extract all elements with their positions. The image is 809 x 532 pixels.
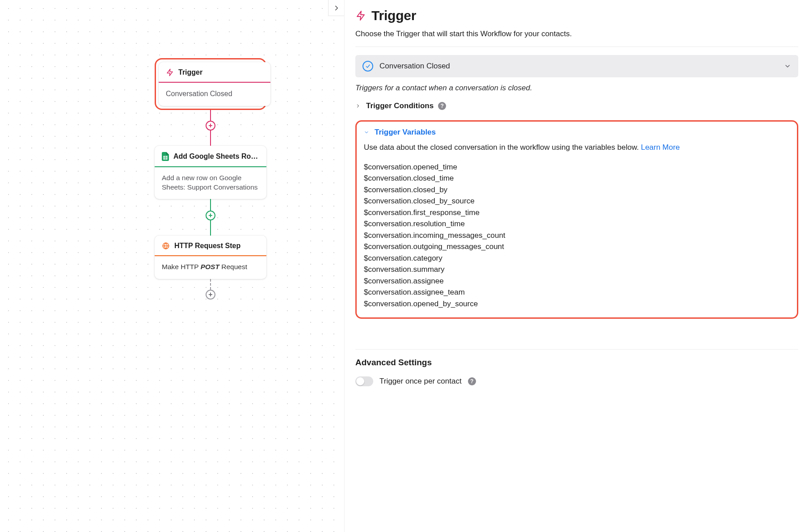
http-icon [162, 242, 170, 250]
variable-item[interactable]: $conversation.closed_by [364, 184, 790, 196]
trigger-node-value: Conversation Closed [159, 83, 270, 106]
help-icon[interactable]: ? [438, 102, 446, 110]
add-step-button[interactable]: + [206, 121, 215, 131]
variable-item[interactable]: $conversation.assignee_team [364, 287, 790, 298]
google-sheets-node[interactable]: Add Google Sheets Row… Add a new row on … [155, 146, 266, 199]
variables-intro: Use data about the closed conversation i… [364, 142, 790, 153]
variable-item[interactable]: $conversation.outgoing_messages_count [364, 241, 790, 253]
trigger-once-label: Trigger once per contact [379, 377, 462, 386]
trigger-conditions-toggle[interactable]: Trigger Conditions ? [355, 101, 798, 110]
panel-title-row: Trigger [355, 8, 798, 23]
advanced-settings-section: Advanced Settings Trigger once per conta… [355, 358, 798, 386]
trigger-variables-label: Trigger Variables [375, 128, 436, 137]
bolt-icon [355, 10, 366, 21]
chevron-down-icon [784, 63, 791, 70]
variable-item[interactable]: $conversation.summary [364, 264, 790, 275]
workflow-canvas[interactable]: Trigger Conversation Closed + [0, 0, 344, 532]
variable-item[interactable]: $conversation.closed_by_source [364, 195, 790, 207]
trigger-node-label: Trigger [178, 68, 202, 76]
divider [355, 46, 798, 47]
google-sheets-icon [162, 152, 169, 161]
svg-marker-6 [357, 11, 364, 20]
trigger-config-panel: Trigger Choose the Trigger that will sta… [344, 0, 809, 532]
sheets-node-body: Add a new row on Google Sheets: Support … [155, 167, 266, 199]
connector: + [155, 110, 266, 146]
http-request-node[interactable]: HTTP Request Step Make HTTP POST Request [155, 236, 266, 279]
variable-item[interactable]: $conversation.opened_time [364, 161, 790, 173]
http-node-body: Make HTTP POST Request [155, 256, 266, 279]
trigger-select-value: Conversation Closed [379, 62, 450, 71]
trigger-conditions-label: Trigger Conditions [366, 101, 434, 110]
trigger-once-toggle[interactable] [355, 376, 373, 386]
trigger-hint: Triggers for a contact when a conversati… [355, 84, 798, 93]
chevron-down-icon [364, 130, 369, 135]
variables-list: $conversation.opened_time $conversation.… [364, 161, 790, 310]
http-node-title: HTTP Request Step [174, 242, 240, 250]
panel-title: Trigger [371, 8, 416, 23]
connector: + [155, 199, 266, 236]
collapse-panel-button[interactable] [328, 0, 344, 16]
variable-item[interactable]: $conversation.assignee [364, 275, 790, 287]
svg-marker-0 [167, 69, 173, 76]
variable-item[interactable]: $conversation.incoming_messages_count [364, 230, 790, 241]
sheets-node-title: Add Google Sheets Row… [173, 152, 258, 160]
chevron-right-icon [333, 4, 341, 12]
help-icon[interactable]: ? [468, 377, 476, 385]
variable-item[interactable]: $conversation.category [364, 253, 790, 264]
variable-item[interactable]: $conversation.first_response_time [364, 207, 790, 219]
trigger-select[interactable]: Conversation Closed [355, 55, 798, 77]
advanced-settings-title: Advanced Settings [355, 358, 798, 367]
divider [355, 349, 798, 350]
panel-description: Choose the Trigger that will start this … [355, 30, 798, 38]
trigger-node-selected[interactable]: Trigger Conversation Closed [155, 58, 266, 110]
variable-item[interactable]: $conversation.closed_time [364, 173, 790, 184]
trigger-variables-section: Trigger Variables Use data about the clo… [355, 120, 798, 319]
bolt-icon [166, 68, 174, 76]
chevron-right-icon [355, 103, 361, 109]
trigger-variables-toggle[interactable]: Trigger Variables [364, 128, 790, 137]
check-circle-icon [362, 61, 373, 72]
variable-item[interactable]: $conversation.opened_by_source [364, 298, 790, 310]
add-step-button[interactable]: + [206, 290, 215, 300]
learn-more-link[interactable]: Learn More [641, 143, 680, 152]
add-step-button[interactable]: + [206, 211, 215, 220]
variable-item[interactable]: $conversation.resolution_time [364, 218, 790, 230]
connector: + [155, 279, 266, 300]
